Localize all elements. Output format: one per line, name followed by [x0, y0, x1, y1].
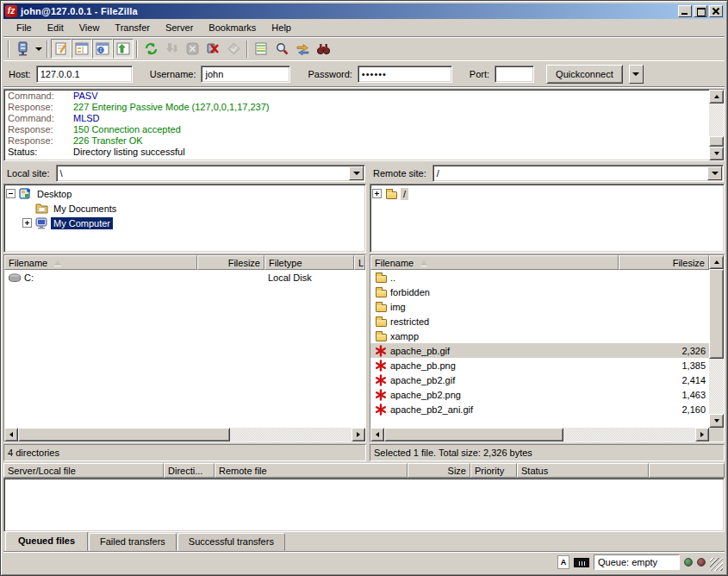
combo-dropdown-button[interactable]: [707, 166, 722, 180]
synchronized-browsing-button[interactable]: [292, 39, 313, 59]
remote-file-row[interactable]: ..: [370, 270, 709, 285]
local-horizontal-scrollbar[interactable]: [4, 428, 365, 441]
scroll-left-button[interactable]: [370, 428, 384, 441]
remote-tree-icon: [96, 41, 110, 56]
chevron-down-icon: [353, 172, 360, 175]
main-panes: Local site: \ Desktop My Documents: [3, 164, 725, 461]
column-header-filesize[interactable]: Filesize: [197, 255, 264, 270]
password-input[interactable]: [358, 66, 452, 83]
column-header-priority[interactable]: Priority: [470, 463, 517, 478]
remote-vertical-scrollbar[interactable]: [709, 255, 724, 428]
column-header-size[interactable]: Size: [408, 463, 470, 478]
scrollbar-track[interactable]: [230, 428, 352, 441]
column-header-direction[interactable]: Directi...: [164, 463, 215, 478]
remote-horizontal-scrollbar[interactable]: [370, 428, 724, 441]
local-site-value[interactable]: \: [57, 168, 348, 178]
host-input[interactable]: [36, 66, 133, 83]
remote-file-row[interactable]: apache_pb.png 1,385: [370, 358, 709, 373]
menu-file[interactable]: File: [9, 21, 40, 34]
scrollbar-thumb[interactable]: [709, 269, 724, 359]
menu-view[interactable]: View: [72, 21, 108, 34]
maximize-button[interactable]: [694, 5, 707, 17]
quickconnect-dropdown-button[interactable]: [629, 65, 644, 84]
tree-item-desktop[interactable]: Desktop: [6, 186, 365, 201]
scrollbar-track[interactable]: [709, 103, 724, 136]
column-header-status[interactable]: Status: [517, 463, 649, 478]
remote-file-row[interactable]: apache_pb2.gif 2,414: [370, 373, 709, 387]
toggle-remote-tree-view-button[interactable]: [92, 39, 113, 59]
expand-icon[interactable]: [372, 189, 382, 198]
toggle-local-tree-view-button[interactable]: [72, 39, 92, 59]
scrollbar-thumb[interactable]: [709, 136, 724, 147]
close-button[interactable]: [709, 5, 723, 17]
title-bar[interactable]: fz john@127.0.0.1 - FileZilla: [3, 3, 725, 19]
column-header-last-modified[interactable]: L: [354, 255, 365, 270]
scroll-up-button[interactable]: [709, 255, 724, 269]
scroll-right-button[interactable]: [352, 428, 365, 441]
process-queue-button[interactable]: [161, 39, 182, 59]
transfer-type-icon: A: [557, 555, 569, 569]
scroll-down-button[interactable]: [709, 147, 724, 160]
scrollbar-track[interactable]: [563, 428, 695, 441]
remote-file-row-selected[interactable]: apache_pb.gif 2,326: [370, 343, 709, 358]
scroll-left-button[interactable]: [4, 428, 18, 441]
remote-file-row[interactable]: xampp: [370, 329, 709, 343]
scrollbar-thumb[interactable]: [18, 428, 230, 441]
quickconnect-button[interactable]: Quickconnect: [546, 65, 623, 84]
tab-successful-transfers[interactable]: Successful transfers: [177, 533, 285, 551]
folder-icon: [384, 188, 398, 200]
menu-bookmarks[interactable]: Bookmarks: [201, 21, 264, 34]
tree-item-root[interactable]: /: [372, 186, 724, 201]
filter-button[interactable]: [313, 39, 333, 59]
remote-file-row[interactable]: img: [370, 299, 709, 314]
toggle-log-view-button[interactable]: [51, 39, 72, 59]
cancel-operation-button[interactable]: [182, 39, 202, 59]
remote-file-row[interactable]: forbidden: [370, 285, 709, 299]
password-label: Password:: [308, 69, 352, 79]
remote-file-row[interactable]: apache_pb2_ani.gif 2,160: [370, 402, 709, 416]
log-line: Response:150 Connection accepted: [8, 124, 709, 135]
toggle-queue-view-button[interactable]: [113, 39, 134, 59]
disconnect-button[interactable]: [202, 39, 223, 59]
username-input[interactable]: [201, 66, 290, 83]
tree-item-my-computer[interactable]: My Computer: [6, 216, 365, 230]
log-scrollbar[interactable]: [709, 90, 724, 160]
scroll-up-button[interactable]: [709, 90, 724, 103]
remote-file-row[interactable]: apache_pb2.png 1,463: [370, 387, 709, 402]
menu-server[interactable]: Server: [158, 21, 201, 34]
column-header-filename[interactable]: Filename: [370, 255, 619, 270]
menu-help[interactable]: Help: [264, 21, 299, 34]
refresh-button[interactable]: [140, 39, 161, 59]
local-site-combo[interactable]: \: [56, 165, 365, 182]
column-header-remote-file[interactable]: Remote file: [215, 463, 408, 478]
port-input[interactable]: [495, 66, 534, 83]
remote-status-text: Selected 1 file. Total size: 2,326 bytes: [370, 444, 725, 461]
remote-site-combo[interactable]: /: [432, 165, 724, 182]
resize-grip[interactable]: [710, 558, 723, 571]
menu-edit[interactable]: Edit: [40, 21, 72, 34]
column-header-filetype[interactable]: Filetype: [264, 255, 354, 270]
column-header-server-local-file[interactable]: Server/Local file: [3, 463, 164, 478]
site-manager-dropdown-button[interactable]: [33, 39, 44, 59]
remote-file-row[interactable]: restricted: [370, 314, 709, 329]
scroll-right-button[interactable]: [695, 428, 709, 441]
remote-site-value[interactable]: /: [433, 168, 706, 178]
menu-transfer[interactable]: Transfer: [107, 21, 158, 34]
directory-comparison-button[interactable]: [251, 39, 271, 59]
scrollbar-track[interactable]: [709, 359, 724, 414]
minimize-button[interactable]: [678, 5, 692, 17]
site-manager-button[interactable]: [12, 39, 33, 59]
tab-failed-transfers[interactable]: Failed transfers: [89, 533, 177, 551]
abort-button[interactable]: [223, 39, 244, 59]
local-file-row[interactable]: C: Local Disk: [4, 270, 365, 285]
collapse-icon[interactable]: [6, 189, 16, 198]
combo-dropdown-button[interactable]: [349, 166, 364, 180]
expand-icon[interactable]: [22, 218, 32, 228]
tree-item-my-documents[interactable]: My Documents: [6, 201, 365, 216]
column-header-filename[interactable]: Filename: [4, 255, 197, 270]
tab-queued-files[interactable]: Queued files: [5, 531, 88, 551]
column-header-filesize[interactable]: Filesize: [619, 255, 709, 270]
scroll-down-button[interactable]: [709, 414, 724, 428]
find-files-button[interactable]: [271, 39, 292, 59]
scrollbar-thumb[interactable]: [384, 428, 563, 441]
